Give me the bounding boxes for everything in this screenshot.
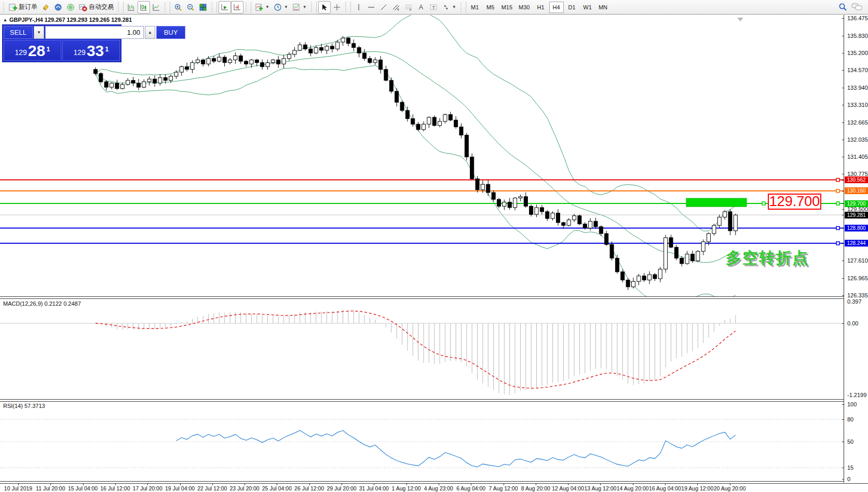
rsi-tick-label: 80	[847, 416, 853, 422]
new-order-button[interactable]: 新订单	[7, 1, 39, 13]
price-tick	[842, 215, 844, 215]
tf-button-m15[interactable]: M15	[499, 2, 515, 13]
svg-text:A: A	[419, 4, 423, 11]
timeframe-group: M1M5M15M30H1H4D1W1MN	[468, 2, 611, 13]
zoom-in-button[interactable]	[172, 1, 184, 13]
auto-trading-button[interactable]: 自动交易	[77, 1, 116, 13]
time-label: 19 Aug 12:00	[681, 485, 713, 491]
price-tick-label: 135.830	[847, 33, 868, 39]
chevron-down-icon: ▼	[284, 5, 288, 9]
tf-button-h4[interactable]: H4	[549, 2, 564, 13]
chat-icon[interactable]	[851, 3, 863, 11]
svg-text:F: F	[410, 8, 412, 11]
macd-tick-label: -1.2199	[847, 392, 866, 398]
indicators-button[interactable]: ▼	[253, 1, 272, 13]
profiles-button[interactable]	[52, 1, 64, 13]
horizontal-line-button[interactable]	[365, 1, 377, 13]
price-tick	[842, 261, 844, 261]
crosshair-button[interactable]	[331, 1, 343, 13]
time-label: 6 Aug 04:00	[456, 485, 485, 491]
auto-scroll-button[interactable]	[219, 1, 231, 13]
buy-price-button[interactable]: 129 33 1	[62, 40, 120, 61]
text-label-button[interactable]: T	[427, 1, 440, 13]
price-tag-128.800: 128.800	[845, 225, 868, 231]
tf-button-w1[interactable]: W1	[580, 2, 595, 13]
zoom-out-icon	[186, 3, 195, 11]
time-label: 20 Aug 20:00	[714, 485, 746, 491]
time-label: 16 Jul 12:00	[100, 485, 130, 491]
svg-text:T: T	[432, 5, 435, 10]
tile-windows-button[interactable]	[197, 1, 209, 13]
candlestick-chart-icon	[140, 3, 148, 11]
svg-text:E: E	[397, 8, 399, 11]
price-tag-129.700: 129.700	[845, 200, 868, 207]
buy-price-small: 129	[74, 46, 86, 59]
tf-button-m1[interactable]: M1	[468, 2, 482, 13]
macd-tick-label: 0.00	[847, 320, 858, 326]
rsi-tick	[842, 419, 844, 420]
rsi-tick-label: 100	[847, 401, 857, 407]
sell-button[interactable]: SELL	[4, 26, 33, 39]
market-watch-button[interactable]	[64, 1, 77, 13]
fibonacci-button[interactable]: F	[402, 1, 415, 13]
auto-trading-label: 自动交易	[89, 3, 114, 11]
macd-pane[interactable]	[0, 299, 844, 400]
main-chart-pane[interactable]	[0, 15, 844, 297]
templates-button[interactable]: ▼	[290, 1, 309, 13]
time-label: 17 Jul 20:00	[133, 485, 162, 491]
clock-icon	[274, 3, 282, 11]
bar-chart-button[interactable]	[125, 1, 138, 13]
new-order-label: 新订单	[19, 3, 37, 11]
toolbar-grip	[117, 2, 120, 12]
periods-button[interactable]: ▼	[272, 1, 290, 13]
candlestick-chart-button[interactable]	[138, 1, 150, 13]
separator	[170, 2, 170, 13]
level-annotation-box[interactable]: 129.700	[768, 194, 821, 210]
volume-increase-button[interactable]: ▲	[145, 26, 155, 39]
tf-button-d1[interactable]: D1	[565, 2, 579, 13]
tf-button-m5[interactable]: M5	[483, 2, 498, 13]
price-tick	[842, 105, 844, 105]
trendline-button[interactable]	[377, 1, 390, 13]
sell-price-small: 129	[15, 46, 27, 59]
chart-shift-button[interactable]	[231, 1, 243, 13]
arrows-button[interactable]: ▼	[440, 1, 458, 13]
rsi-pane[interactable]	[0, 401, 844, 482]
cursor-button[interactable]	[318, 1, 331, 13]
macd-tick	[842, 323, 844, 324]
price-axis[interactable]: 136.475135.830135.200134.570133.940133.3…	[844, 15, 868, 483]
price-tick	[842, 157, 844, 157]
buy-button[interactable]: BUY	[156, 26, 185, 39]
rsi-tick	[842, 479, 844, 480]
rsi-legend: RSI(14) 57.3713	[3, 403, 45, 409]
price-tick	[842, 174, 844, 174]
search-icon[interactable]	[838, 3, 847, 11]
time-axis[interactable]: 10 Jul 201911 Jul 20:0015 Jul 04:0016 Ju…	[0, 484, 868, 492]
buy-price-sup: 1	[105, 40, 108, 58]
horizontal-line-icon	[367, 3, 375, 11]
arrows-icon	[442, 3, 450, 11]
line-chart-button[interactable]	[150, 1, 162, 13]
tf-button-h1[interactable]: H1	[534, 2, 548, 13]
price-tick-label: 127.610	[847, 257, 868, 264]
price-tick-label: 133.940	[847, 85, 868, 91]
separator	[123, 2, 124, 13]
volume-decrease-button[interactable]: ▼	[34, 26, 44, 39]
equidistant-channel-button[interactable]: E	[390, 1, 402, 13]
zoom-out-button[interactable]	[184, 1, 197, 13]
tf-button-m30[interactable]: M30	[516, 2, 532, 13]
separator	[251, 2, 251, 13]
symbol-info-text: GBPJPY-,H4 129.267 129.293 129.265 129.2…	[9, 17, 132, 23]
time-label: 19 Jul 04:00	[165, 485, 195, 491]
price-tick	[842, 122, 844, 123]
tf-button-mn[interactable]: MN	[596, 2, 611, 13]
charts-button[interactable]	[39, 1, 52, 13]
chart-shift-icon	[233, 3, 241, 11]
price-tick	[842, 243, 844, 244]
vertical-line-button[interactable]	[352, 1, 365, 13]
volume-input[interactable]	[45, 26, 144, 39]
price-tag-128.244: 128.244	[845, 240, 868, 247]
sell-price-button[interactable]: 129 28 1	[4, 40, 61, 61]
charts-icon	[42, 3, 50, 11]
text-button[interactable]: A	[415, 1, 427, 13]
